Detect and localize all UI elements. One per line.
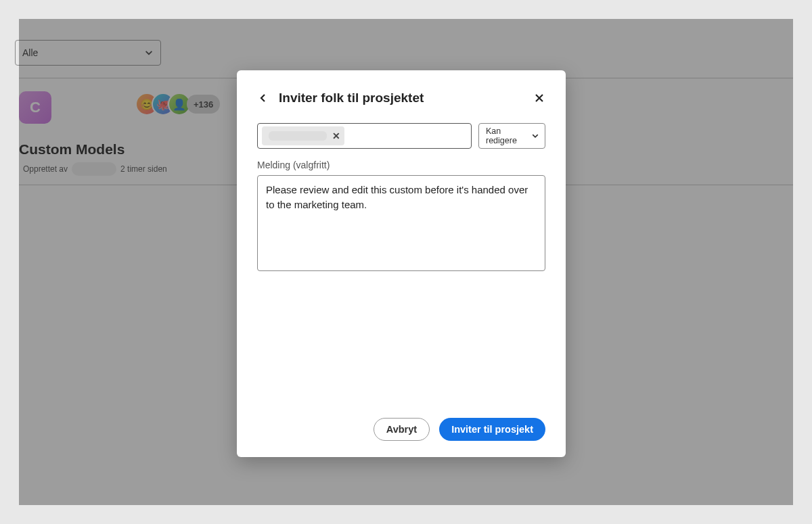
permission-selected: Kan redigere xyxy=(486,126,531,145)
message-textarea[interactable] xyxy=(257,175,545,271)
cancel-button[interactable]: Avbryt xyxy=(374,418,430,441)
close-button[interactable] xyxy=(533,92,545,104)
chevron-down-icon xyxy=(531,132,539,140)
invite-people-input[interactable]: ✕ xyxy=(257,123,472,149)
invite-text-field[interactable] xyxy=(348,130,467,141)
invitee-chip: ✕ xyxy=(262,126,344,145)
invitee-name-redacted xyxy=(269,131,327,141)
permission-dropdown[interactable]: Kan redigere xyxy=(478,123,545,149)
close-icon xyxy=(534,93,545,103)
chevron-left-icon xyxy=(258,93,269,103)
invite-modal: Inviter folk til prosjektet ✕ Kan redige… xyxy=(237,70,566,457)
modal-title: Inviter folk til prosjektet xyxy=(279,91,524,105)
back-button[interactable] xyxy=(257,92,269,104)
message-label: Melding (valgfritt) xyxy=(257,160,545,170)
invite-button[interactable]: Inviter til prosjekt xyxy=(439,418,545,441)
remove-chip-button[interactable]: ✕ xyxy=(332,130,340,141)
